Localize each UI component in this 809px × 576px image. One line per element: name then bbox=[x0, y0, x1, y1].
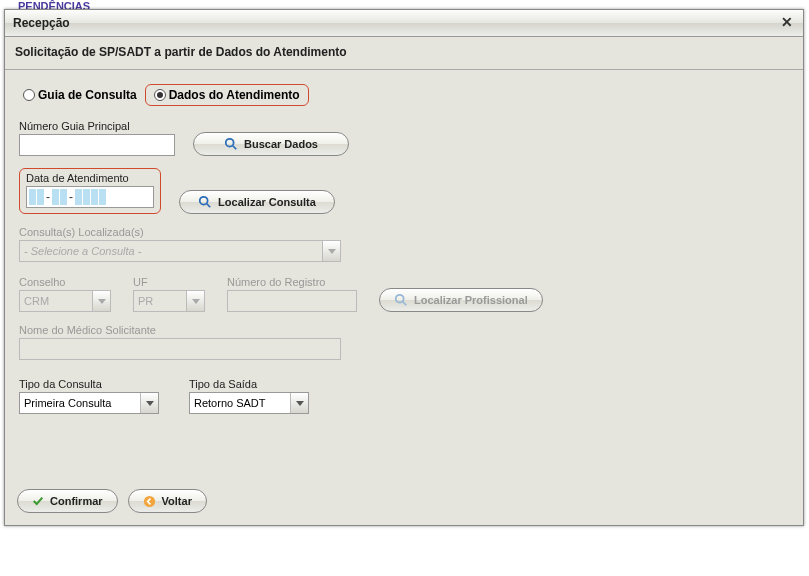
form-body: Guia de Consulta Dados do Atendimento Nú… bbox=[5, 70, 803, 525]
numero-guia-input[interactable] bbox=[19, 134, 175, 156]
button-label: Voltar bbox=[162, 495, 192, 507]
chevron-down-icon[interactable] bbox=[140, 393, 158, 413]
window: Recepção ✕ Solicitação de SP/SADT a part… bbox=[4, 9, 804, 526]
button-label: Localizar Consulta bbox=[218, 196, 316, 208]
svg-line-3 bbox=[207, 204, 211, 208]
numero-guia-label: Número Guia Principal bbox=[19, 120, 175, 132]
search-icon bbox=[224, 137, 238, 151]
button-label: Confirmar bbox=[50, 495, 103, 507]
consultas-localizadas-label: Consulta(s) Localizada(s) bbox=[19, 226, 789, 238]
chevron-down-icon[interactable] bbox=[290, 393, 308, 413]
numero-registro-label: Número do Registro bbox=[227, 276, 357, 288]
tipo-consulta-label: Tipo da Consulta bbox=[19, 378, 159, 390]
svg-line-5 bbox=[403, 302, 407, 306]
radio-icon bbox=[154, 89, 166, 101]
svg-point-4 bbox=[396, 295, 404, 303]
consultas-localizadas-select bbox=[19, 240, 341, 262]
uf-label: UF bbox=[133, 276, 205, 288]
back-icon bbox=[143, 495, 156, 508]
localizar-profissional-button[interactable]: Localizar Profissional bbox=[379, 288, 543, 312]
chevron-down-icon bbox=[92, 291, 110, 311]
footer: Confirmar Voltar bbox=[5, 479, 803, 525]
search-icon bbox=[198, 195, 212, 209]
conselho-label: Conselho bbox=[19, 276, 111, 288]
radio-dados-atendimento[interactable]: Dados do Atendimento bbox=[145, 84, 309, 106]
numero-registro-input bbox=[227, 290, 357, 312]
radio-label: Dados do Atendimento bbox=[169, 88, 300, 102]
radio-row: Guia de Consulta Dados do Atendimento bbox=[19, 84, 789, 106]
radio-guia-consulta[interactable]: Guia de Consulta bbox=[19, 86, 141, 104]
titlebar: Recepção ✕ bbox=[5, 10, 803, 37]
search-icon bbox=[394, 293, 408, 307]
button-label: Buscar Dados bbox=[244, 138, 318, 150]
button-label: Localizar Profissional bbox=[414, 294, 528, 306]
window-title: Recepção bbox=[13, 16, 70, 30]
nome-medico-label: Nome do Médico Solicitante bbox=[19, 324, 789, 336]
subtitle: Solicitação de SP/SADT a partir de Dados… bbox=[5, 37, 803, 70]
tipo-consulta-select[interactable] bbox=[19, 392, 159, 414]
data-atendimento-input[interactable]: - - bbox=[26, 186, 154, 208]
chevron-down-icon bbox=[186, 291, 204, 311]
radio-icon bbox=[23, 89, 35, 101]
confirmar-button[interactable]: Confirmar bbox=[17, 489, 118, 513]
voltar-button[interactable]: Voltar bbox=[128, 489, 207, 513]
tipo-saida-label: Tipo da Saída bbox=[189, 378, 309, 390]
data-atendimento-group: Data de Atendimento - - bbox=[19, 168, 161, 214]
svg-line-1 bbox=[233, 146, 237, 150]
data-atendimento-label: Data de Atendimento bbox=[26, 172, 154, 184]
svg-point-0 bbox=[226, 139, 234, 147]
check-icon bbox=[32, 495, 44, 507]
radio-label: Guia de Consulta bbox=[38, 88, 137, 102]
svg-point-2 bbox=[200, 197, 208, 205]
chevron-down-icon bbox=[322, 241, 340, 261]
close-icon[interactable]: ✕ bbox=[777, 14, 797, 30]
buscar-dados-button[interactable]: Buscar Dados bbox=[193, 132, 349, 156]
svg-point-6 bbox=[143, 495, 154, 506]
nome-medico-input bbox=[19, 338, 341, 360]
localizar-consulta-button[interactable]: Localizar Consulta bbox=[179, 190, 335, 214]
